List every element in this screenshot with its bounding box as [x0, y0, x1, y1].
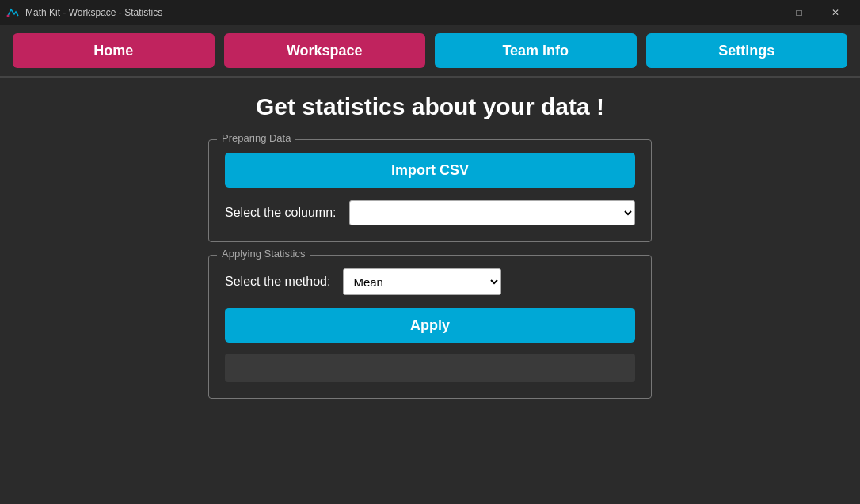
select-column-label: Select the coluumn: [225, 206, 337, 220]
workspace-button[interactable]: Workspace [224, 33, 426, 68]
team-info-button[interactable]: Team Info [435, 33, 637, 68]
applying-statistics-legend: Applying Statistics [217, 248, 310, 260]
title-bar: Math Kit - Workspace - Statistics — □ ✕ [0, 0, 860, 25]
settings-button[interactable]: Settings [646, 33, 848, 68]
maximize-button[interactable]: □ [781, 0, 817, 25]
svg-point-0 [7, 15, 10, 17]
method-dropdown[interactable]: MeanMedianModeStandard DeviationVariance [343, 268, 501, 295]
select-column-row: Select the coluumn: [225, 200, 635, 225]
preparing-data-legend: Preparing Data [217, 132, 295, 144]
page-title: Get statistics about your data ! [256, 93, 604, 120]
result-box [225, 354, 635, 382]
close-button[interactable]: ✕ [817, 0, 854, 25]
nav-bar: Home Workspace Team Info Settings [0, 25, 860, 78]
select-method-row: Select the method: MeanMedianModeStandar… [225, 268, 635, 295]
window-controls: — □ ✕ [744, 0, 854, 25]
title-bar-left: Math Kit - Workspace - Statistics [6, 6, 162, 19]
applying-statistics-group: Applying Statistics Select the method: M… [208, 255, 652, 399]
title-bar-text: Math Kit - Workspace - Statistics [25, 7, 162, 18]
apply-button[interactable]: Apply [225, 308, 635, 343]
preparing-data-group: Preparing Data Import CSV Select the col… [208, 139, 652, 242]
home-button[interactable]: Home [13, 33, 215, 68]
app-icon [6, 6, 19, 19]
column-dropdown[interactable] [349, 200, 635, 225]
select-method-label: Select the method: [225, 275, 330, 289]
import-csv-button[interactable]: Import CSV [225, 153, 635, 188]
main-content: Get statistics about your data ! Prepari… [0, 78, 860, 427]
minimize-button[interactable]: — [744, 0, 781, 25]
